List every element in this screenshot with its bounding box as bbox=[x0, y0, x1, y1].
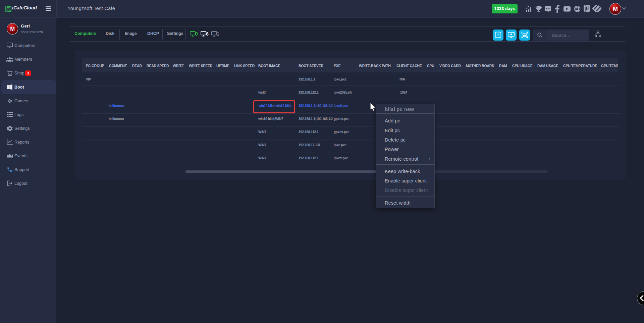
svg-text:M: M bbox=[613, 6, 618, 12]
svg-text:M: M bbox=[10, 26, 15, 32]
